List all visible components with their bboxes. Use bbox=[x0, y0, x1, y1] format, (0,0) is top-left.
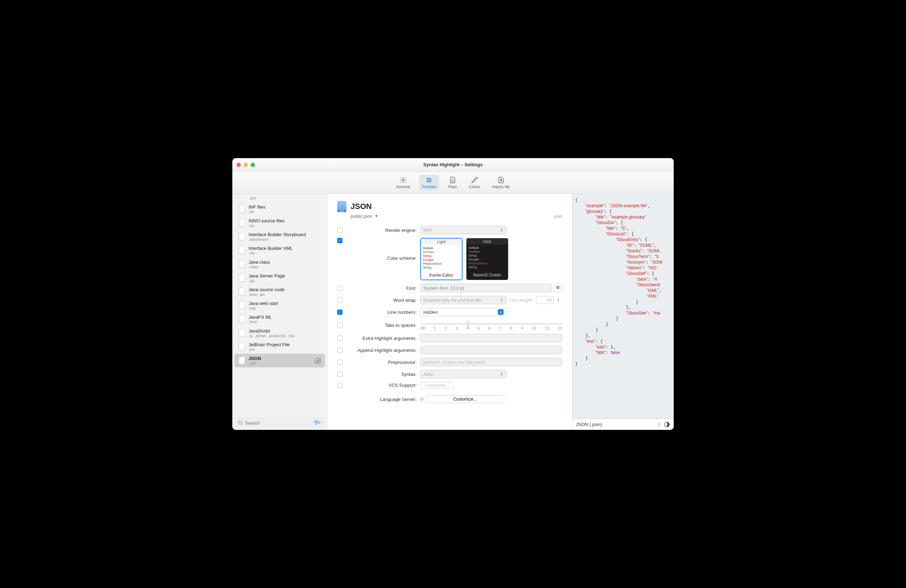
file-icon bbox=[239, 329, 245, 337]
sidebar-item-jetbrain-project-file[interactable]: JetBrain Project File .iml bbox=[232, 340, 327, 354]
word-wrap-label: Word wrap: bbox=[346, 298, 416, 303]
theme-preview: DefaultNumberStringEscapePreprocessorStr… bbox=[421, 245, 462, 271]
sidebar-item-java-class[interactable]: Java class .class bbox=[232, 257, 327, 271]
toolbar: General Formats Plain Colors ? Inquiry f… bbox=[232, 172, 674, 194]
file-icon bbox=[239, 260, 245, 268]
svg-point-6 bbox=[428, 181, 429, 182]
vcs-checkbox[interactable] bbox=[337, 382, 343, 388]
caret-icon: ▴▾ bbox=[498, 309, 504, 315]
tab-general[interactable]: General bbox=[393, 175, 413, 190]
line-length-input[interactable] bbox=[536, 296, 553, 304]
caret-icon: ▴▾ bbox=[500, 228, 504, 233]
line-numbers-checkbox[interactable]: ✓ bbox=[337, 309, 343, 315]
page-title: JSON bbox=[351, 202, 372, 211]
file-icon bbox=[239, 233, 245, 241]
sidebar-item-javascript[interactable]: JavaScript .js, .jscript, .javascript, .… bbox=[232, 326, 327, 340]
tab-colors[interactable]: Colors bbox=[466, 175, 483, 190]
search-bar bbox=[234, 417, 325, 428]
vcs-customize-button: Customize… bbox=[420, 382, 454, 389]
zoom-icon[interactable] bbox=[251, 163, 255, 167]
sidebar-item-java-source-code[interactable]: Java source code .java, .jav bbox=[232, 285, 327, 299]
minimize-icon[interactable] bbox=[244, 163, 248, 167]
font-label: Font: bbox=[346, 285, 416, 291]
pencil-icon[interactable] bbox=[315, 358, 321, 363]
gear-icon bbox=[399, 176, 407, 184]
theme-dark[interactable]: Dark DefaultNumberStringEscapePreprocess… bbox=[466, 238, 509, 280]
document-icon bbox=[449, 176, 456, 184]
preprocessor-checkbox[interactable] bbox=[337, 360, 343, 365]
search-input[interactable] bbox=[245, 420, 311, 425]
extra-args-checkbox[interactable] bbox=[337, 336, 343, 341]
sidebar-item-interface-builder-storyboard[interactable]: Interface Builder Storyboard .storyboard bbox=[232, 230, 327, 244]
slider-thumb[interactable] bbox=[467, 321, 469, 327]
sliders-icon bbox=[425, 176, 433, 184]
caret-icon: ▴▾ bbox=[500, 298, 504, 303]
tabs-to-spaces-checkbox[interactable] bbox=[337, 323, 343, 328]
sidebar-item-interface-builder-xml[interactable]: Interface Builder XML .xib bbox=[232, 244, 327, 257]
preprocessor-input: python3 -m json.tool $targetHL bbox=[420, 358, 562, 367]
render-engine-label: Render engine: bbox=[346, 228, 416, 233]
syntax-select: Auto▴▾ bbox=[420, 370, 507, 378]
sidebar: .pro INF files .inf INNO source files .i… bbox=[232, 194, 327, 430]
sidebar-item-json[interactable]: JSON .json bbox=[234, 354, 325, 367]
main-panel: JSON public.json .json Render engine: RT… bbox=[327, 194, 572, 430]
stepper-icon[interactable]: ▴▾ bbox=[557, 298, 560, 303]
file-icon bbox=[239, 219, 245, 226]
theme-light[interactable]: Light DefaultNumberStringEscapePreproces… bbox=[420, 238, 463, 280]
caret-icon: ▴▾ bbox=[500, 372, 504, 377]
close-icon[interactable] bbox=[236, 163, 241, 167]
sidebar-item-inf-files[interactable]: INF files .inf bbox=[232, 202, 327, 216]
preview-language-select[interactable]: JSON (.json) bbox=[576, 422, 655, 427]
color-scheme-checkbox[interactable]: ✓ bbox=[337, 238, 343, 243]
word-wrap-checkbox[interactable] bbox=[337, 298, 343, 303]
list-item[interactable]: .pro bbox=[232, 194, 327, 202]
font-picker-button[interactable]: ⊞ bbox=[553, 284, 562, 292]
window-title: Syntax Highlight – Settings bbox=[236, 162, 670, 167]
append-args-label: Append Highlight arguments: bbox=[346, 347, 416, 353]
slider-ticks: Off123456789101112 bbox=[420, 320, 562, 330]
sidebar-item-inno-source-files[interactable]: INNO source files .iss bbox=[232, 216, 327, 230]
svg-point-4 bbox=[427, 178, 429, 179]
file-icon bbox=[239, 315, 245, 323]
tabs-slider[interactable]: Off123456789101112 bbox=[420, 320, 562, 330]
line-numbers-label: Line numbers: bbox=[346, 309, 416, 315]
font-display: System font, 13.0 pt bbox=[420, 284, 552, 292]
tab-plain[interactable]: Plain bbox=[446, 175, 460, 190]
file-icon bbox=[239, 343, 245, 351]
brush-icon bbox=[471, 176, 479, 184]
word-wrap-select: Enabled only for one line file▴▾ bbox=[420, 296, 507, 304]
render-engine-select: RTF▴▾ bbox=[420, 226, 507, 234]
vcs-label: VCS Support: bbox=[346, 382, 416, 388]
language-server-label: Language Server: bbox=[346, 397, 416, 402]
svg-rect-15 bbox=[316, 424, 317, 425]
tabs-to-spaces-label: Tabs to spaces: bbox=[346, 323, 416, 328]
sidebar-item-java-web-start[interactable]: Java web start .jnlp bbox=[232, 299, 327, 312]
syntax-checkbox[interactable] bbox=[337, 372, 343, 377]
file-icon bbox=[239, 357, 245, 364]
sidebar-item-java-server-page[interactable]: Java Server Page .jsp bbox=[232, 271, 327, 285]
font-checkbox[interactable] bbox=[337, 285, 343, 291]
tab-formats[interactable]: Formats bbox=[419, 175, 439, 190]
file-icon bbox=[239, 288, 245, 295]
sidebar-item-javafx-ml[interactable]: JavaFX ML .fxml bbox=[232, 312, 327, 326]
file-type-dropdown[interactable]: public.json bbox=[351, 214, 378, 219]
render-engine-checkbox[interactable] bbox=[337, 228, 343, 233]
theme-preview: DefaultNumberStringEscapePreprocessorStr… bbox=[466, 245, 508, 271]
svg-rect-14 bbox=[315, 422, 318, 423]
svg-point-5 bbox=[430, 179, 431, 181]
svg-rect-13 bbox=[314, 421, 319, 422]
settings-window: Syntax Highlight – Settings General Form… bbox=[232, 158, 674, 430]
file-icon bbox=[239, 246, 245, 254]
language-server-customize-button[interactable]: Customize… bbox=[426, 395, 504, 403]
append-args-checkbox[interactable] bbox=[337, 347, 343, 353]
file-list[interactable]: .pro INF files .inf INNO source files .i… bbox=[232, 194, 327, 416]
file-question-icon: ? bbox=[497, 176, 505, 184]
contrast-icon[interactable] bbox=[664, 421, 670, 428]
extra-args-input bbox=[420, 334, 562, 343]
preview-toolbar: JSON (.json) ▴▾ bbox=[572, 419, 674, 430]
line-length-label: Line length: bbox=[509, 298, 533, 303]
svg-point-0 bbox=[402, 179, 404, 181]
line-numbers-select[interactable]: Hidden▴▾ bbox=[420, 308, 507, 316]
filter-icon[interactable] bbox=[314, 420, 321, 425]
tab-inquiry-file[interactable]: ? Inquiry file bbox=[490, 175, 513, 190]
